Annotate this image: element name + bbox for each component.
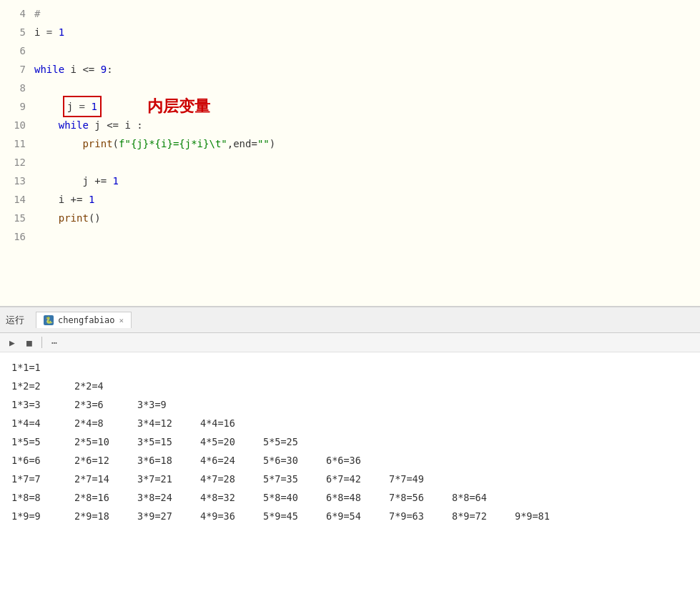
cell-5-5: 5*5=25 (263, 432, 326, 451)
run-label: 运行 (6, 314, 24, 327)
cell-6-5: 5*6=30 (263, 451, 326, 470)
comment-hash: # (34, 4, 40, 23)
code-line-14: i += 1 (34, 190, 700, 209)
cell-8-1: 1*8=8 (11, 488, 74, 507)
cell-4-1: 1*4=4 (11, 414, 74, 432)
cell-7-7: 7*7=49 (389, 470, 452, 488)
output-row-7: 1*7=7 2*7=14 3*7=21 4*7=28 5*7=35 6*7=42… (11, 470, 689, 488)
code-line-12 (34, 153, 700, 172)
var-i: i (34, 23, 46, 41)
cell-9-6: 6*9=54 (326, 507, 389, 525)
cell-6-1: 1*6=6 (11, 451, 74, 470)
code-line-6 (34, 41, 700, 60)
fstring: f"{j}*{i}={j*i}\t" (119, 134, 227, 153)
output-area: 1*1=1 1*2=2 2*2=4 1*3=3 2*3=6 3*3=9 1*4=… (0, 352, 700, 614)
cell-4-4: 4*4=16 (200, 414, 263, 432)
annotation-inner-var: 内层变量 (147, 97, 210, 116)
code-container: 4 5 6 7 8 9 10 11 12 13 14 15 16 # i = 1 (0, 0, 700, 306)
cell-9-8: 8*9=72 (452, 507, 515, 525)
code-line-8 (34, 79, 700, 97)
tab-close[interactable]: × (119, 316, 124, 325)
output-row-5: 1*5=5 2*5=10 3*5=15 4*5=20 5*5=25 (11, 432, 689, 451)
cell-5-4: 4*5=20 (200, 432, 263, 451)
cell-9-1: 1*9=9 (11, 507, 74, 525)
panel-tabs: 运行 🐍 chengfabiao × (0, 307, 700, 333)
output-row-1: 1*1=1 (11, 358, 689, 377)
code-line-9: j = 1内层变量 (34, 97, 700, 116)
cell-9-7: 7*9=63 (389, 507, 452, 525)
code-line-10: while j <= i : (34, 116, 700, 134)
fn-print-empty: print (59, 209, 89, 227)
output-row-2: 1*2=2 2*2=4 (11, 377, 689, 395)
cell-8-8: 8*8=64 (452, 488, 515, 507)
j-assign-highlight: j = 1 (63, 96, 102, 117)
code-line-16 (34, 227, 700, 246)
keyword-while-inner: while (59, 116, 89, 134)
cell-6-2: 2*6=12 (74, 451, 137, 470)
cell-7-5: 5*7=35 (263, 470, 326, 488)
cell-7-4: 4*7=28 (200, 470, 263, 488)
cell-7-2: 2*7=14 (74, 470, 137, 488)
code-line-15: print() (34, 209, 700, 227)
cell-6-6: 6*6=36 (326, 451, 389, 470)
code-line-4: # (34, 4, 700, 23)
cell-8-7: 7*8=56 (389, 488, 452, 507)
cell-5-3: 3*5=15 (137, 432, 200, 451)
code-line-11: print(f"{j}*{i}={j*i}\t",end="") (34, 134, 700, 153)
run-button[interactable]: ▶ (6, 336, 19, 349)
cell-5-1: 1*5=5 (11, 432, 74, 451)
tab-chengfabiao[interactable]: 🐍 chengfabiao × (36, 312, 132, 328)
cell-4-2: 2*4=8 (74, 414, 137, 432)
cell-9-2: 2*9=18 (74, 507, 137, 525)
code-line-7: while i <= 9: (34, 60, 700, 79)
output-row-8: 1*8=8 2*8=16 3*8=24 4*8=32 5*8=40 6*8=48… (11, 488, 689, 507)
output-toolbar: ▶ ■ ⋯ (0, 333, 700, 352)
cell-2-1: 1*2=2 (11, 377, 74, 395)
more-button[interactable]: ⋯ (48, 336, 61, 349)
output-row-6: 1*6=6 2*6=12 3*6=18 4*6=24 5*6=30 6*6=36 (11, 451, 689, 470)
cell-8-2: 2*8=16 (74, 488, 137, 507)
cell-1-1: 1*1=1 (11, 358, 74, 377)
cell-7-1: 1*7=7 (11, 470, 74, 488)
cell-3-1: 1*3=3 (11, 395, 74, 414)
cell-6-3: 3*6=18 (137, 451, 200, 470)
cell-2-2: 2*2=4 (74, 377, 137, 395)
output-row-4: 1*4=4 2*4=8 3*4=12 4*4=16 (11, 414, 689, 432)
cell-7-3: 3*7=21 (137, 470, 200, 488)
line-numbers: 4 5 6 7 8 9 10 11 12 13 14 15 16 (0, 3, 34, 306)
cell-3-2: 2*3=6 (74, 395, 137, 414)
stop-button[interactable]: ■ (23, 336, 36, 349)
bottom-panel: 运行 🐍 chengfabiao × ▶ ■ ⋯ 1*1=1 1*2=2 2*2… (0, 307, 700, 614)
fn-print: print (82, 134, 112, 153)
cell-8-4: 4*8=32 (200, 488, 263, 507)
cell-7-6: 6*7=42 (326, 470, 389, 488)
cell-9-9: 9*9=81 (515, 507, 578, 525)
output-row-3: 1*3=3 2*3=6 3*3=9 (11, 395, 689, 414)
cell-8-5: 5*8=40 (263, 488, 326, 507)
code-lines: # i = 1 while i <= 9: j = 1内层变量 while j … (34, 3, 700, 306)
cell-6-4: 4*6=24 (200, 451, 263, 470)
cell-9-4: 4*9=36 (200, 507, 263, 525)
cell-4-3: 3*4=12 (137, 414, 200, 432)
keyword-while-outer: while (34, 60, 64, 79)
code-line-13: j += 1 (34, 172, 700, 190)
cell-9-3: 3*9=27 (137, 507, 200, 525)
cell-5-2: 2*5=10 (74, 432, 137, 451)
output-row-9: 1*9=9 2*9=18 3*9=27 4*9=36 5*9=45 6*9=54… (11, 507, 689, 525)
editor-area: 4 5 6 7 8 9 10 11 12 13 14 15 16 # i = 1 (0, 0, 700, 307)
python-icon: 🐍 (44, 315, 54, 325)
cell-9-5: 5*9=45 (263, 507, 326, 525)
cell-3-3: 3*3=9 (137, 395, 200, 414)
cell-8-6: 6*8=48 (326, 488, 389, 507)
code-line-5: i = 1 (34, 23, 700, 41)
indent-space (34, 97, 59, 116)
tab-name: chengfabiao (58, 315, 114, 325)
toolbar-separator (41, 337, 42, 348)
cell-8-3: 3*8=24 (137, 488, 200, 507)
